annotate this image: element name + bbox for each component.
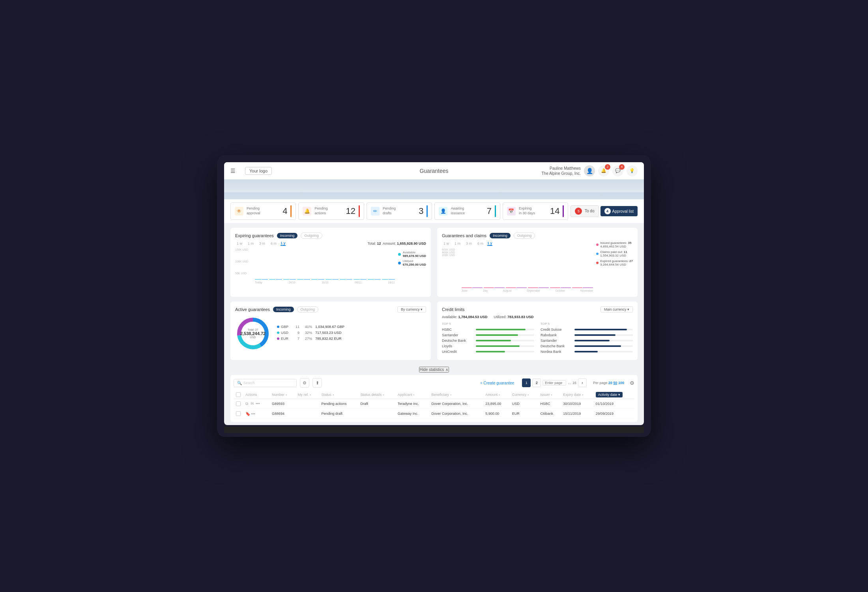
copy-icon[interactable]: ⧉ — [245, 401, 248, 406]
x-label-0611: 06/11 — [355, 281, 362, 284]
row1-checkbox[interactable] — [236, 401, 241, 406]
legend-claims-dot — [596, 253, 599, 255]
pending-drafts-card[interactable]: ✏ Pendingdrafts 3 — [367, 202, 432, 220]
todo-button[interactable]: 5 To do — [571, 205, 599, 217]
cl-bank-hsbc: HSBC — [442, 328, 534, 332]
hide-statistics-button[interactable]: Hide statistics ∧ — [419, 367, 449, 373]
filter-1w[interactable]: 1 w — [235, 241, 244, 246]
cl-currency-label: Main currency — [604, 307, 627, 311]
gc-filter-1m[interactable]: 1 m — [453, 241, 462, 246]
table-settings-icon[interactable]: ⚙ — [630, 380, 634, 386]
page-2-button[interactable]: 2 — [532, 378, 541, 387]
per-page-100[interactable]: 100 — [618, 381, 624, 385]
expiring-bars — [235, 248, 395, 280]
cl-bar-bg-lloyds — [476, 345, 534, 347]
cl-bar-fill-hsbc — [476, 329, 526, 330]
sort-myref-icon[interactable]: ▾ — [310, 393, 311, 396]
filter-1m[interactable]: 1 m — [246, 241, 255, 246]
cl-bar-fill-deutsche — [476, 340, 511, 341]
active-guarantees-section: Active guarantees Incoming Outgoing By c… — [230, 302, 431, 360]
td-actions-2: 🔖 ••• — [243, 409, 269, 419]
sort-applicant-icon[interactable]: ▾ — [413, 393, 415, 396]
th-myref: My ref. ▾ — [296, 391, 319, 399]
ag-dropdown-chevron-icon: ▾ — [421, 307, 423, 311]
avatar[interactable]: 👤 — [584, 165, 595, 176]
page-1-button[interactable]: 1 — [522, 378, 531, 387]
ag-incoming-tab[interactable]: Incoming — [273, 307, 294, 312]
search-box[interactable]: 🔍 Search — [234, 379, 297, 387]
gc-incoming-tab[interactable]: Incoming — [490, 233, 511, 238]
legend-expired-dot — [596, 262, 599, 264]
gc-filter-1y[interactable]: 1 y — [487, 241, 492, 246]
sort-currency-icon[interactable]: ▾ — [528, 393, 529, 396]
messages-button[interactable]: 💬 4 — [612, 165, 623, 176]
gc-bar-purple-oct — [561, 287, 571, 288]
gc-filter-1w[interactable]: 1 w — [442, 241, 451, 246]
x-label-1311: 13/11 — [388, 281, 395, 284]
x-label-today: Today — [255, 281, 262, 284]
gc-bars-wrap: 600K USD 400K USD 200K USD — [442, 248, 593, 292]
cur-pct-usd: 32% — [301, 331, 312, 335]
activity-date-header[interactable]: Activity date ▾ — [596, 392, 623, 397]
bar-group-10 — [382, 279, 395, 280]
more-icon-row2[interactable]: ••• — [251, 412, 256, 416]
pending-approval-card[interactable]: 👁 Pendingapproval 4 — [230, 202, 296, 220]
ag-currency-dropdown[interactable]: By currency ▾ — [397, 306, 426, 313]
create-guarantee-button[interactable]: + Create guarantee — [480, 381, 514, 385]
header-checkbox[interactable] — [236, 392, 241, 397]
charts-row-2: Active guarantees Incoming Outgoing By c… — [224, 302, 644, 363]
export-button[interactable]: ⬆ — [312, 378, 322, 388]
enter-page-input[interactable] — [542, 380, 566, 386]
sort-expiry-icon[interactable]: ▾ — [582, 393, 584, 396]
td-amount-2: 5,900.00 — [483, 409, 510, 419]
legend-available-value: 985,678.90 USD — [403, 254, 426, 258]
awaiting-issuance-card[interactable]: 👤 Awaitingissuance 7 — [434, 202, 500, 220]
expiring-outgoing-tab[interactable]: Outgoing — [301, 232, 322, 239]
filter-button[interactable]: ⚙ — [300, 378, 309, 388]
th-checkbox — [234, 391, 243, 399]
hamburger-button[interactable]: ☰ — [230, 168, 236, 174]
expiring-30days-card[interactable]: 📅 Expiringin 30 days 14 — [503, 202, 568, 220]
per-page-20[interactable]: 20 — [608, 381, 612, 385]
pending-actions-card[interactable]: 🔔 Pendingactions 12 — [298, 202, 364, 220]
sort-statusdetails-icon[interactable]: ▾ — [383, 393, 384, 396]
next-page-button[interactable]: › — [578, 378, 587, 387]
ag-outgoing-tab[interactable]: Outgoing — [297, 306, 319, 313]
gc-filter-3m[interactable]: 3 m — [464, 241, 473, 246]
settings-button[interactable]: 💡 — [627, 165, 638, 176]
per-page-50[interactable]: 50 — [613, 381, 617, 385]
bar-available-7 — [340, 279, 346, 280]
pending-actions-divider — [359, 205, 360, 217]
bar-available-10 — [382, 279, 388, 280]
notifications-button[interactable]: 🔔 2 — [598, 165, 609, 176]
sort-amount-icon[interactable]: ▾ — [499, 393, 500, 396]
legend-claims-label: Claims paid out: 11 — [600, 250, 627, 254]
expiring-incoming-tab[interactable]: Incoming — [277, 233, 298, 238]
td-statusdetail-2 — [358, 409, 395, 419]
gc-filter-6m[interactable]: 6 m — [476, 241, 485, 246]
filter-1y[interactable]: 1 y — [281, 241, 286, 246]
gc-outgoing-tab[interactable]: Outgoing — [514, 232, 535, 239]
approval-list-button[interactable]: 4 Approval list — [600, 206, 638, 216]
table-section: 🔍 Search ⚙ ⬆ + Create guarantee 1 2 ... … — [230, 375, 638, 422]
sort-issuer-icon[interactable]: ▾ — [551, 393, 552, 396]
awaiting-issuance-label: Awaitingissuance — [451, 206, 483, 215]
more-icon-row1[interactable]: ••• — [256, 401, 260, 406]
sort-number-icon[interactable]: ▾ — [286, 393, 287, 396]
legend-available: Available 985,678.90 USD — [398, 251, 426, 258]
filter-3m[interactable]: 3 m — [258, 241, 267, 246]
bar-utilized-8 — [360, 279, 367, 280]
bookmark-icon[interactable]: 🔖 — [245, 412, 250, 416]
td-applicant-1: Teradyne Inc. — [395, 399, 429, 409]
filter-6m[interactable]: 6 m — [269, 241, 278, 246]
cl-currency-dropdown[interactable]: Main currency ▾ — [600, 306, 633, 313]
sort-status-icon[interactable]: ▾ — [333, 393, 334, 396]
message-icon-row1[interactable]: ✉ — [251, 401, 254, 406]
sort-beneficiary-icon[interactable]: ▾ — [450, 393, 452, 396]
x-nov: November — [580, 289, 593, 292]
row2-checkbox[interactable] — [236, 411, 241, 416]
legend-utilised-dot — [398, 262, 401, 264]
cl-bar-bg-hsbc — [476, 329, 534, 330]
td-myref-2 — [296, 409, 319, 419]
cl-available: Available: 1,784,084.53 USD — [442, 315, 487, 319]
